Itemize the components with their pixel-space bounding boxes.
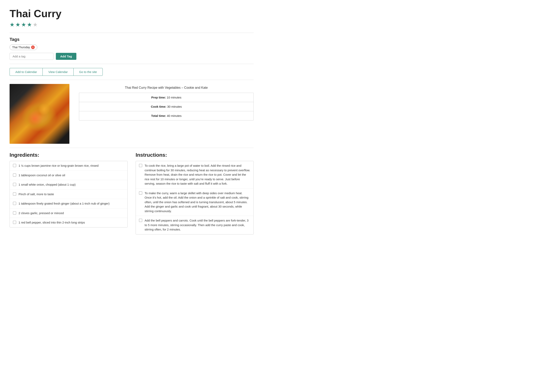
recipe-source-title: Thai Red Curry Recipe with Vegetables – … bbox=[79, 86, 254, 89]
divider-4 bbox=[10, 148, 254, 148]
tag-thai-thursday: Thai Thursday ✕ bbox=[10, 44, 37, 50]
divider-3 bbox=[10, 80, 254, 80]
star-rating[interactable]: ★ ★ ★ ★ ★ bbox=[10, 21, 254, 28]
prep-time-value-text: 10 minutes bbox=[167, 96, 181, 99]
ingredient-item: 1 ¼ cups brown jasmine rice or long-grai… bbox=[10, 161, 127, 171]
calendar-buttons-group: Add to Calendar View Calendar Go to the … bbox=[10, 68, 254, 76]
cook-time-label: Cook time: bbox=[151, 105, 166, 108]
instructions-header: Instructions: bbox=[136, 152, 254, 158]
ingredient-checkbox-3[interactable] bbox=[13, 192, 16, 196]
ingredient-text: 1 red bell pepper, sliced into thin 2-in… bbox=[19, 220, 124, 225]
prep-time-label: Prep time: bbox=[151, 96, 166, 99]
total-time-label: Total time: bbox=[151, 114, 166, 118]
ingredients-section: Ingredients: 1 ¼ cups brown jasmine rice… bbox=[10, 152, 128, 235]
go-to-site-btn[interactable]: Go to the site bbox=[73, 68, 103, 76]
time-table: Prep time: 10 minutes Cook time: 30 minu… bbox=[79, 93, 254, 120]
recipe-info-panel: Thai Red Curry Recipe with Vegetables – … bbox=[79, 84, 254, 120]
ingredient-text: 2 cloves garlic, pressed or minced bbox=[19, 211, 124, 216]
ingredient-checkbox-1[interactable] bbox=[13, 174, 16, 177]
instruction-text: To make the curry, warm a large skillet … bbox=[145, 191, 250, 214]
recipe-image bbox=[10, 84, 70, 144]
tags-list: Thai Thursday ✕ bbox=[10, 44, 254, 50]
instruction-checkbox-1[interactable] bbox=[139, 191, 142, 195]
view-calendar-btn[interactable]: View Calendar bbox=[42, 68, 73, 76]
ingredient-item: 1 tablespoon finely grated fresh ginger … bbox=[10, 199, 127, 209]
divider-1 bbox=[10, 33, 254, 33]
tag-remove-button[interactable]: ✕ bbox=[31, 45, 35, 49]
recipe-title: Thai Curry bbox=[10, 8, 254, 19]
tag-input-row: Add Tag bbox=[10, 53, 254, 60]
add-tag-button[interactable]: Add Tag bbox=[56, 53, 76, 60]
ingredient-item: 1 tablespoon coconut oil or olive oil bbox=[10, 171, 127, 180]
ingredient-text: Pinch of salt, more to taste bbox=[19, 192, 124, 196]
divider-2 bbox=[10, 64, 254, 64]
star-3[interactable]: ★ bbox=[21, 21, 26, 28]
prep-time-row: Prep time: 10 minutes bbox=[79, 93, 253, 102]
ingredient-item: Pinch of salt, more to taste bbox=[10, 190, 127, 199]
recipe-image-container bbox=[10, 84, 70, 144]
star-1[interactable]: ★ bbox=[10, 21, 15, 28]
tags-label: Tags bbox=[10, 37, 254, 42]
ingredient-checkbox-6[interactable] bbox=[13, 221, 16, 224]
instruction-item: Add the bell peppers and carrots. Cook u… bbox=[136, 216, 253, 234]
ingredient-text: 1 ¼ cups brown jasmine rice or long-grai… bbox=[19, 164, 124, 168]
ingredient-item: 1 red bell pepper, sliced into thin 2-in… bbox=[10, 218, 127, 227]
instruction-text: Add the bell peppers and carrots. Cook u… bbox=[145, 218, 250, 232]
recipe-main-section: Thai Red Curry Recipe with Vegetables – … bbox=[10, 84, 254, 144]
instruction-text: To cook the rice, bring a large pot of w… bbox=[145, 164, 250, 186]
instruction-checkbox-2[interactable] bbox=[139, 219, 142, 222]
total-time-value-text: 40 minutes bbox=[167, 114, 181, 118]
bottom-section: Ingredients: 1 ¼ cups brown jasmine rice… bbox=[10, 152, 254, 235]
star-2[interactable]: ★ bbox=[15, 21, 20, 28]
ingredient-item: 1 small white onion, chopped (about 1 cu… bbox=[10, 180, 127, 190]
ingredient-text: 1 small white onion, chopped (about 1 cu… bbox=[19, 182, 124, 187]
cook-time-row: Cook time: 30 minutes bbox=[79, 102, 253, 111]
ingredient-checkbox-2[interactable] bbox=[13, 183, 16, 186]
instruction-item: To cook the rice, bring a large pot of w… bbox=[136, 161, 253, 189]
ingredient-text: 1 tablespoon finely grated fresh ginger … bbox=[19, 201, 124, 206]
ingredients-list: 1 ¼ cups brown jasmine rice or long-grai… bbox=[10, 161, 128, 227]
instruction-item: To make the curry, warm a large skillet … bbox=[136, 189, 253, 216]
instructions-section: Instructions: To cook the rice, bring a … bbox=[136, 152, 254, 235]
cook-time-value-text: 30 minutes bbox=[167, 105, 182, 108]
tags-section: Tags Thai Thursday ✕ Add Tag bbox=[10, 37, 254, 60]
ingredient-checkbox-4[interactable] bbox=[13, 202, 16, 205]
add-tag-input[interactable] bbox=[10, 53, 53, 60]
ingredient-text: 1 tablespoon coconut oil or olive oil bbox=[19, 173, 124, 178]
instructions-list: To cook the rice, bring a large pot of w… bbox=[136, 161, 254, 235]
star-5[interactable]: ★ bbox=[33, 21, 38, 28]
ingredient-checkbox-0[interactable] bbox=[13, 164, 16, 167]
star-4[interactable]: ★ bbox=[27, 21, 32, 28]
ingredient-checkbox-5[interactable] bbox=[13, 211, 16, 215]
add-to-calendar-btn[interactable]: Add to Calendar bbox=[10, 68, 42, 76]
total-time-row: Total time: 40 minutes bbox=[79, 111, 253, 120]
ingredient-item: 2 cloves garlic, pressed or minced bbox=[10, 209, 127, 218]
ingredients-header: Ingredients: bbox=[10, 152, 128, 158]
instruction-checkbox-0[interactable] bbox=[139, 164, 142, 167]
tag-label: Thai Thursday bbox=[12, 46, 30, 49]
